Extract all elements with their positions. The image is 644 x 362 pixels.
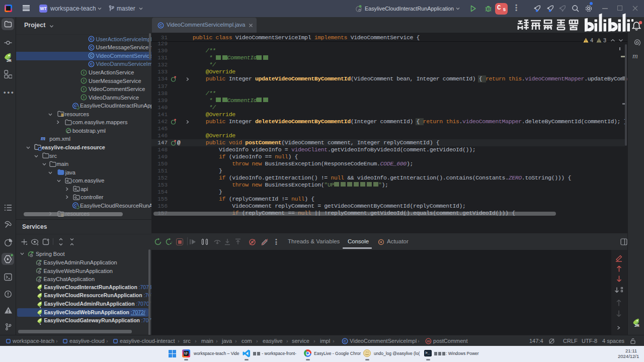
- svg-text:I: I: [83, 70, 84, 75]
- svg-text:I: I: [83, 87, 84, 92]
- svg-text:C: C: [159, 23, 163, 28]
- svg-text:C: C: [90, 54, 93, 58]
- svg-text:C: C: [90, 62, 93, 66]
- svg-text:C: C: [90, 45, 93, 50]
- svg-text:I: I: [83, 78, 84, 83]
- svg-text:m: m: [427, 339, 430, 343]
- svg-text:C: C: [90, 37, 93, 42]
- svg-text:I: I: [83, 95, 84, 100]
- svg-text:C: C: [344, 339, 347, 343]
